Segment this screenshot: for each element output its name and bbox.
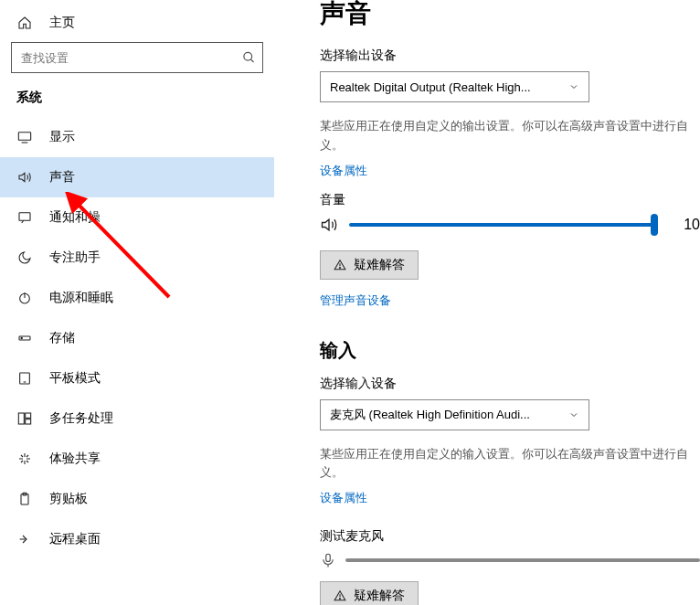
troubleshoot-label: 疑难解答 — [354, 588, 405, 604]
svg-point-0 — [244, 52, 252, 60]
mic-level-bar — [345, 558, 700, 562]
input-select-label: 选择输入设备 — [320, 376, 700, 392]
home-button[interactable]: 主页 — [0, 7, 274, 42]
troubleshoot-label: 疑难解答 — [354, 257, 405, 273]
svg-rect-11 — [18, 413, 24, 424]
slider-thumb[interactable] — [651, 214, 658, 236]
input-title: 输入 — [320, 338, 700, 363]
nav-item-power[interactable]: 电源和睡眠 — [0, 278, 274, 318]
input-desc: 某些应用正在使用自定义的输入设置。你可以在高级声音设置中进行自义。 — [320, 445, 700, 483]
multitask-icon — [16, 411, 33, 426]
search-input[interactable] — [11, 42, 263, 73]
search-icon — [242, 51, 256, 65]
tablet-icon — [16, 371, 33, 386]
sidebar: 主页 系统 显示 声音 通知和操 专注助手 — [0, 0, 274, 605]
nav-item-display[interactable]: 显示 — [0, 117, 274, 157]
test-mic-label: 测试麦克风 — [320, 528, 700, 545]
search-wrap — [11, 42, 263, 73]
nav-label: 声音 — [49, 169, 75, 186]
manage-sound-link[interactable]: 管理声音设备 — [320, 292, 391, 309]
input-device-selected: 麦克风 (Realtek High Definition Audi... — [330, 407, 530, 423]
output-props-link[interactable]: 设备属性 — [320, 163, 367, 179]
nav-item-sound[interactable]: 声音 — [0, 157, 274, 197]
volume-slider[interactable] — [349, 223, 654, 227]
section-label: 系统 — [0, 90, 274, 117]
volume-value: 10 — [665, 217, 700, 233]
nav-label: 多任务处理 — [49, 410, 113, 427]
nav-label: 电源和睡眠 — [49, 290, 113, 306]
power-icon — [16, 291, 33, 305]
svg-rect-4 — [19, 213, 30, 221]
home-label: 主页 — [49, 15, 75, 31]
remote-icon — [16, 532, 33, 547]
svg-point-8 — [21, 337, 22, 338]
nav-label: 远程桌面 — [49, 531, 101, 547]
monitor-icon — [16, 130, 33, 144]
content: 声音 选择输出设备 Realtek Digital Output (Realte… — [274, 0, 700, 605]
svg-rect-13 — [26, 419, 31, 424]
volume-row: 10 — [320, 216, 700, 234]
mic-row — [320, 552, 700, 568]
clipboard-icon — [16, 492, 33, 506]
page-title: 声音 — [320, 0, 700, 31]
volume-label: 音量 — [320, 192, 700, 208]
message-icon — [16, 210, 33, 225]
nav-label: 专注助手 — [49, 249, 101, 266]
input-props-link[interactable]: 设备属性 — [320, 490, 367, 506]
nav-item-clipboard[interactable]: 剪贴板 — [0, 479, 274, 519]
warning-icon — [334, 259, 346, 271]
nav-list: 显示 声音 通知和操 专注助手 电源和睡眠 存储 — [0, 117, 274, 559]
svg-rect-12 — [26, 413, 31, 418]
nav-item-multitask[interactable]: 多任务处理 — [0, 398, 274, 439]
chevron-down-icon — [568, 81, 579, 92]
svg-rect-19 — [326, 554, 331, 561]
svg-line-1 — [250, 59, 253, 62]
output-desc: 某些应用正在使用自定义的输出设置。你可以在高级声音设置中进行自义。 — [320, 117, 700, 155]
nav-item-notifications[interactable]: 通知和操 — [0, 197, 274, 238]
input-troubleshoot-button[interactable]: 疑难解答 — [320, 581, 419, 605]
storage-icon — [16, 331, 33, 345]
nav-item-storage[interactable]: 存储 — [0, 318, 274, 358]
nav-label: 体验共享 — [49, 451, 101, 467]
svg-point-18 — [340, 267, 341, 268]
home-icon — [16, 15, 33, 31]
nav-label: 通知和操 — [49, 209, 101, 226]
svg-rect-2 — [18, 133, 30, 141]
output-troubleshoot-button[interactable]: 疑难解答 — [320, 250, 419, 280]
speaker-icon[interactable] — [320, 216, 338, 234]
warning-icon — [334, 589, 346, 602]
output-device-selected: Realtek Digital Output (Realtek High... — [330, 80, 531, 94]
output-select-label: 选择输出设备 — [320, 48, 700, 64]
input-device-combo[interactable]: 麦克风 (Realtek High Definition Audi... — [320, 399, 589, 430]
chevron-down-icon — [568, 409, 579, 420]
mic-icon — [320, 552, 336, 568]
nav-label: 存储 — [49, 330, 75, 346]
nav-label: 显示 — [49, 129, 75, 145]
nav-item-remote[interactable]: 远程桌面 — [0, 519, 274, 559]
nav-item-tablet[interactable]: 平板模式 — [0, 358, 274, 398]
share-icon — [16, 451, 33, 466]
output-device-combo[interactable]: Realtek Digital Output (Realtek High... — [320, 71, 589, 102]
svg-point-22 — [340, 599, 341, 600]
speaker-icon — [16, 170, 33, 185]
nav-item-focus[interactable]: 专注助手 — [0, 238, 274, 278]
moon-icon — [16, 250, 33, 265]
nav-label: 剪贴板 — [49, 491, 88, 507]
nav-item-share[interactable]: 体验共享 — [0, 439, 274, 479]
nav-label: 平板模式 — [49, 370, 101, 387]
